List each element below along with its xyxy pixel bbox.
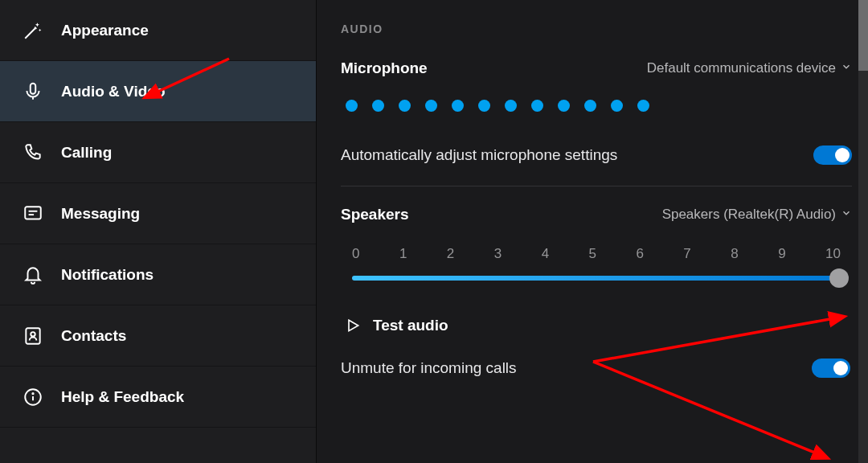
sidebar-item-help-feedback[interactable]: Help & Feedback bbox=[0, 367, 316, 428]
wand-icon bbox=[21, 18, 45, 43]
vertical-scrollbar[interactable] bbox=[858, 0, 868, 463]
info-icon bbox=[21, 385, 45, 409]
contacts-icon bbox=[21, 324, 45, 348]
scroll-thumb[interactable] bbox=[858, 0, 868, 71]
scale-tick: 4 bbox=[542, 246, 549, 262]
sidebar-item-audio-video[interactable]: Audio & Video bbox=[0, 61, 316, 122]
level-dot bbox=[346, 100, 358, 112]
speakers-title: Speakers bbox=[341, 206, 409, 223]
level-dot bbox=[611, 100, 623, 112]
play-icon bbox=[344, 317, 362, 334]
scale-tick: 6 bbox=[636, 246, 643, 262]
settings-sidebar: Appearance Audio & Video Calling Messagi… bbox=[0, 0, 317, 463]
sidebar-item-appearance[interactable]: Appearance bbox=[0, 0, 316, 61]
chevron-down-icon bbox=[841, 60, 852, 76]
scale-tick: 3 bbox=[494, 246, 502, 262]
level-dot bbox=[478, 100, 490, 112]
toggle-knob bbox=[835, 148, 850, 162]
microphone-title: Microphone bbox=[341, 59, 428, 77]
speakers-volume-slider[interactable] bbox=[352, 268, 841, 288]
microphone-level-meter bbox=[346, 100, 852, 112]
sidebar-item-label: Appearance bbox=[61, 22, 149, 39]
sidebar-item-label: Contacts bbox=[61, 327, 126, 345]
level-dot bbox=[399, 100, 411, 112]
level-dot bbox=[637, 100, 649, 112]
audio-settings-panel: AUDIO Microphone Default communications … bbox=[317, 0, 868, 463]
level-dot bbox=[372, 100, 384, 112]
scale-tick: 9 bbox=[778, 246, 785, 262]
sidebar-item-notifications[interactable]: Notifications bbox=[0, 244, 316, 305]
svg-point-8 bbox=[32, 393, 33, 394]
speakers-device-label: Speakers (Realtek(R) Audio) bbox=[662, 207, 836, 223]
level-dot bbox=[531, 100, 543, 112]
svg-rect-1 bbox=[25, 207, 41, 219]
level-dot bbox=[425, 100, 437, 112]
sidebar-item-contacts[interactable]: Contacts bbox=[0, 305, 316, 367]
svg-rect-0 bbox=[31, 83, 36, 93]
scale-tick: 1 bbox=[399, 246, 407, 262]
microphone-row: Microphone Default communications device bbox=[341, 59, 852, 77]
svg-point-5 bbox=[31, 332, 35, 336]
scale-tick: 2 bbox=[447, 246, 454, 262]
sidebar-item-messaging[interactable]: Messaging bbox=[0, 183, 316, 244]
microphone-device-dropdown[interactable]: Default communications device bbox=[647, 60, 852, 76]
speakers-volume-scale: 0 1 2 3 4 5 6 7 8 9 10 bbox=[352, 246, 841, 262]
sidebar-item-calling[interactable]: Calling bbox=[0, 122, 316, 183]
slider-track bbox=[352, 276, 841, 281]
unmute-incoming-toggle[interactable] bbox=[812, 359, 850, 378]
scale-tick: 5 bbox=[589, 246, 596, 262]
phone-icon bbox=[21, 141, 45, 165]
level-dot bbox=[505, 100, 517, 112]
test-audio-label: Test audio bbox=[373, 317, 448, 334]
unmute-incoming-row: Unmute for incoming calls bbox=[341, 359, 852, 378]
auto-adjust-label: Automatically adjust microphone settings bbox=[341, 146, 617, 164]
level-dot bbox=[558, 100, 570, 112]
scale-tick: 0 bbox=[352, 246, 359, 262]
section-header-audio: AUDIO bbox=[341, 23, 852, 35]
sidebar-item-label: Calling bbox=[61, 144, 112, 162]
scale-tick: 7 bbox=[683, 246, 690, 262]
scale-tick: 10 bbox=[825, 246, 841, 262]
auto-adjust-toggle[interactable] bbox=[813, 145, 852, 165]
divider bbox=[341, 186, 852, 186]
toggle-knob bbox=[833, 361, 848, 375]
slider-handle[interactable] bbox=[829, 268, 849, 288]
microphone-icon bbox=[21, 80, 45, 104]
chevron-down-icon bbox=[841, 207, 852, 223]
speakers-row: Speakers Speakers (Realtek(R) Audio) bbox=[341, 206, 852, 223]
speakers-device-dropdown[interactable]: Speakers (Realtek(R) Audio) bbox=[662, 207, 852, 223]
level-dot bbox=[584, 100, 596, 112]
auto-adjust-row: Automatically adjust microphone settings bbox=[341, 139, 852, 182]
test-audio-button[interactable]: Test audio bbox=[344, 317, 852, 334]
scale-tick: 8 bbox=[731, 246, 738, 262]
sidebar-item-label: Messaging bbox=[61, 205, 140, 223]
microphone-device-label: Default communications device bbox=[647, 60, 836, 76]
level-dot bbox=[452, 100, 464, 112]
sidebar-item-label: Notifications bbox=[61, 266, 154, 284]
message-icon bbox=[21, 202, 45, 226]
unmute-incoming-label: Unmute for incoming calls bbox=[341, 359, 517, 377]
sidebar-item-label: Audio & Video bbox=[61, 83, 165, 100]
bell-icon bbox=[21, 263, 45, 287]
sidebar-item-label: Help & Feedback bbox=[61, 388, 184, 406]
